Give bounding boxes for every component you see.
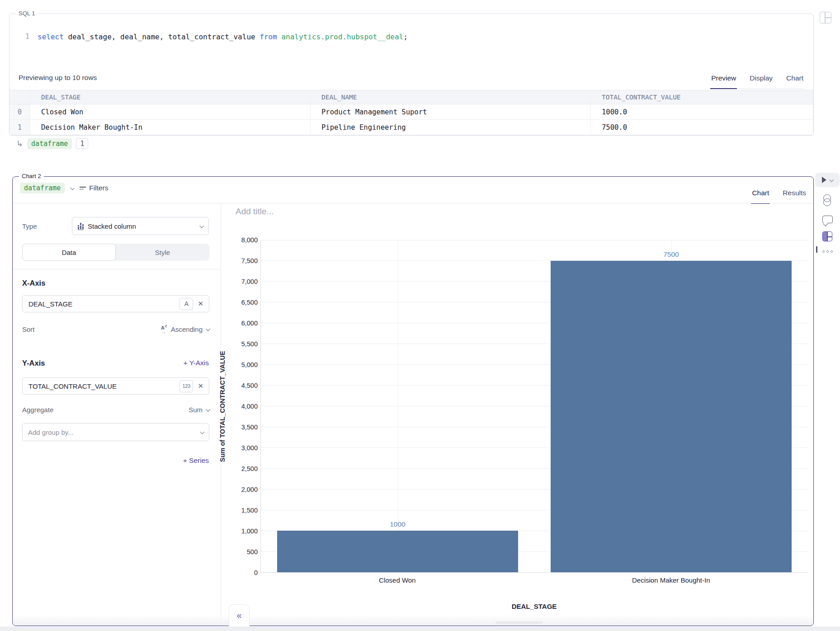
chevron-down-icon — [206, 407, 210, 412]
y-axis-field[interactable]: TOTAL_CONTRACT_VALUE 123 ✕ — [22, 377, 209, 395]
sql-code: select deal_stage, deal_name, total_cont… — [38, 33, 408, 41]
column-header-total-contract-value[interactable]: TOTAL_CONTRACT_VALUE — [591, 90, 813, 104]
column-header-deal-stage[interactable]: DEAL_STAGE — [30, 90, 311, 104]
index-column-header — [9, 90, 30, 104]
chart-type-value: Stacked column — [88, 222, 196, 230]
dataframe-output-badge[interactable]: dataframe — [27, 138, 72, 149]
x-tick-label: Closed Won — [260, 576, 534, 584]
string-type-badge[interactable]: A — [179, 298, 193, 310]
tab-preview[interactable]: Preview — [710, 74, 737, 89]
x-field-name: DEAL_STAGE — [28, 300, 176, 308]
category-band: 1000 — [261, 240, 534, 572]
aggregate-row: Aggregate Sum — [22, 406, 209, 414]
y-tick-label: 5,500 — [227, 340, 258, 348]
tab-chart-view[interactable]: Chart — [751, 188, 770, 204]
chart-cell-label: Chart 2 — [19, 173, 44, 179]
chart-cell-header: dataframe Filters — [20, 183, 108, 193]
x-axis-heading: X-Axis — [22, 279, 45, 287]
bars-container: 10007500 — [261, 240, 808, 572]
y-axis-ticks: 8,0007,5007,0006,5006,0005,5005,0004,500… — [227, 240, 258, 573]
linked-cells-icon[interactable] — [823, 194, 832, 207]
y-tick-label: 8,000 — [227, 236, 258, 244]
category-band: 7500 — [534, 240, 808, 572]
config-divider — [13, 269, 221, 269]
cell-deal-name: Pipeline Engineering — [311, 120, 591, 135]
y-tick-label: 7,500 — [227, 257, 258, 264]
comment-icon[interactable] — [822, 216, 833, 223]
chevron-down-icon[interactable] — [71, 185, 75, 190]
group-by-placeholder: Add group by... — [28, 429, 74, 436]
sql-output-row: ↳ dataframe 1 — [16, 138, 88, 149]
chart-source-badge[interactable]: dataframe — [20, 183, 65, 193]
line-number: 1 — [9, 33, 38, 41]
y-tick-label: 1,500 — [227, 507, 258, 514]
run-options-chevron-icon[interactable] — [829, 177, 834, 182]
y-tick-label: 4,000 — [227, 403, 258, 410]
dataframe-row-count: 1 — [76, 138, 88, 149]
y-tick-label: 0 — [227, 569, 258, 576]
cell-total-contract-value: 1000.0 — [591, 104, 813, 119]
y-tick-label: 500 — [227, 548, 258, 556]
sort-label: Sort — [22, 325, 35, 333]
table-row: 1 Decision Maker Bought-In Pipeline Engi… — [9, 120, 813, 135]
number-type-badge[interactable]: 123 — [179, 380, 193, 392]
chart-type-select[interactable]: Stacked column — [72, 217, 209, 235]
x-tick-label: Decision Maker Bought-In — [534, 576, 808, 584]
y-tick-label: 5,000 — [227, 361, 258, 368]
y-tick-label: 7,000 — [227, 278, 258, 285]
sql-editor[interactable]: 1 select deal_stage, deal_name, total_co… — [9, 28, 408, 46]
y-tick-label: 3,500 — [227, 424, 258, 431]
remove-x-field-icon[interactable]: ✕ — [197, 299, 204, 309]
y-tick-label: 6,000 — [227, 320, 258, 327]
chevron-down-icon — [206, 327, 210, 331]
chart-config-panel: Type Stacked column Data Style X-Axis DE… — [13, 203, 221, 625]
sort-order-value: Ascending — [171, 325, 203, 333]
aggregate-label: Aggregate — [22, 406, 53, 414]
split-layout-icon[interactable] — [822, 231, 832, 241]
bar — [277, 531, 518, 572]
collapse-config-button[interactable]: « — [229, 604, 250, 626]
filters-label: Filters — [89, 184, 108, 192]
sql-keyword-select: select — [38, 33, 64, 41]
y-tick-label: 4,500 — [227, 382, 258, 389]
add-series-button[interactable]: + Series — [183, 457, 209, 465]
chart-title-input[interactable]: Add title... — [236, 207, 274, 217]
tab-chart[interactable]: Chart — [785, 74, 804, 89]
bar-value-label: 7500 — [534, 250, 808, 259]
cell-deal-stage: Closed Won — [30, 104, 311, 119]
sql-columns: deal_stage, deal_name, total_contract_va… — [64, 33, 260, 41]
add-y-axis-button[interactable]: + Y-Axis — [184, 359, 209, 367]
x-axis-field[interactable]: DEAL_STAGE A ✕ — [22, 295, 209, 312]
chart-type-row: Type Stacked column — [22, 217, 209, 235]
aggregate-value: Sum — [189, 406, 203, 414]
tab-data[interactable]: Data — [22, 244, 116, 261]
y-axis-heading: Y-Axis — [22, 359, 45, 367]
sort-alpha-icon: AZ→ — [161, 325, 167, 334]
run-cell-button[interactable] — [815, 173, 840, 187]
tab-display[interactable]: Display — [749, 74, 774, 89]
cell-deal-name: Product Management Suport — [311, 104, 591, 119]
tab-style[interactable]: Style — [116, 244, 209, 261]
cell-total-contract-value: 7500.0 — [591, 120, 813, 135]
chevron-down-icon — [199, 223, 204, 228]
preview-note: Previewing up to 10 rows — [19, 74, 97, 82]
filters-button[interactable]: Filters — [80, 184, 108, 192]
group-by-select[interactable]: Add group by... — [22, 423, 209, 441]
chart-view-tabs: Chart Results — [751, 188, 807, 203]
table-row: 0 Closed Won Product Management Suport 1… — [9, 104, 813, 120]
column-header-deal-name[interactable]: DEAL_NAME — [311, 90, 591, 104]
y-tick-label: 2,500 — [227, 465, 258, 472]
more-options-icon[interactable] — [822, 250, 833, 253]
tab-results-view[interactable]: Results — [782, 188, 807, 204]
bar-value-label: 1000 — [261, 520, 534, 528]
sql-terminator: ; — [403, 33, 408, 41]
layout-panel-icon[interactable] — [820, 12, 831, 24]
sql-cell-label: SQL 1 — [16, 10, 38, 17]
table-header-row: DEAL_STAGE DEAL_NAME TOTAL_CONTRACT_VALU… — [9, 90, 813, 104]
row-index: 0 — [9, 104, 30, 119]
aggregate-select[interactable]: Sum — [189, 406, 209, 414]
y-tick-label: 3,000 — [227, 444, 258, 452]
sort-order-select[interactable]: AZ→ Ascending — [161, 325, 209, 334]
remove-y-field-icon[interactable]: ✕ — [197, 381, 204, 391]
horizontal-scrollbar[interactable] — [496, 622, 543, 624]
